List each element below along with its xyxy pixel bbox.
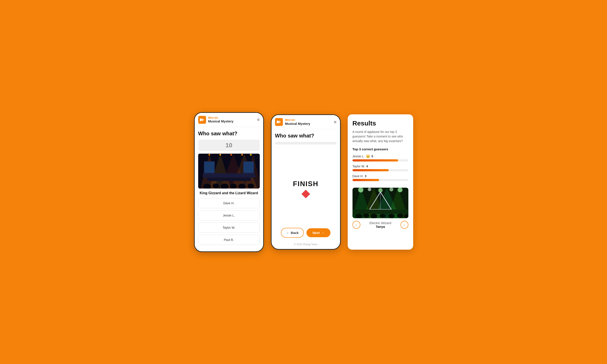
svg-rect-14 (244, 162, 254, 173)
guesser-score-2: 3 (365, 174, 366, 178)
guesser-info-0: Jessie L.👑5 (352, 154, 408, 158)
carousel-band-name: Electric Wizard (362, 221, 398, 225)
phone-screen-1: Mini kit Musical Mystery ≡ Who saw what?… (194, 112, 264, 252)
nav-buttons: ← Back Next → (271, 228, 340, 241)
svg-point-42 (355, 214, 362, 218)
header-title-2: Musical Mystery (285, 122, 334, 126)
progress-fill-1 (352, 169, 389, 171)
screens-container: Mini kit Musical Mystery ≡ Who saw what?… (194, 112, 413, 252)
progress-fill-2 (352, 179, 379, 181)
concert-image-results (352, 188, 408, 218)
app-header-1: Mini kit Musical Mystery ≡ (195, 113, 263, 127)
top-guessers-label: Top 3 correct guessers (352, 147, 408, 151)
header-title-1: Musical Mystery (208, 119, 257, 123)
mini-kit-label-1: Mini kit (208, 116, 257, 120)
guesser-row-0: Jessie L.👑5 (352, 154, 408, 161)
results-title: Results (352, 120, 408, 127)
svg-point-20 (247, 183, 254, 188)
carousel-band-info: Electric Wizard Tanya (362, 221, 398, 229)
results-description: A round of applause for our top 3 guesse… (352, 130, 408, 143)
choice-dave[interactable]: Dave H. (198, 198, 260, 208)
next-label: Next (312, 231, 320, 234)
carousel-next-button[interactable]: › (400, 221, 408, 229)
screen1-content: Who saw what? 10 (195, 127, 263, 251)
header-text-1: Mini kit Musical Mystery (208, 116, 257, 124)
next-button[interactable]: Next → (307, 228, 330, 237)
progress-track-2 (352, 179, 408, 181)
guesser-row-2: Dave H.3 (352, 174, 408, 181)
svg-point-23 (230, 154, 232, 156)
finish-label: FINISH (293, 180, 318, 188)
arrow-right-icon: → (321, 231, 324, 234)
svg-point-24 (241, 154, 243, 156)
menu-icon-2[interactable]: ≡ (334, 120, 336, 125)
progress-fill-0 (352, 159, 398, 161)
guesser-name-0: Jessie L. (352, 155, 364, 158)
logo-icon-1 (198, 116, 206, 124)
guesser-info-2: Dave H.3 (352, 174, 408, 178)
finish-area: FINISH (275, 153, 336, 223)
svg-rect-41 (352, 209, 408, 214)
footer-copyright: © 2023 Rising Team (271, 241, 340, 249)
question-title-2: Who saw what? (275, 133, 336, 139)
carousel-guesser-name: Tanya (362, 225, 398, 229)
app-header-2: Mini kit Musical Mystery ≡ (271, 115, 340, 129)
band-name: King Gizzard and the Lizard Wizard (198, 191, 260, 195)
svg-point-22 (219, 154, 221, 156)
question-title-1: Who saw what? (198, 130, 260, 137)
guesser-name-2: Dave H. (352, 174, 364, 178)
crown-icon: 👑 (366, 154, 370, 158)
concert-image-1 (198, 154, 260, 189)
diamond-icon (301, 190, 310, 198)
svg-point-21 (208, 154, 210, 156)
chevron-right-icon: › (404, 223, 405, 227)
svg-point-18 (230, 184, 237, 189)
choice-paul[interactable]: Paul R. (198, 235, 260, 245)
choice-taylor[interactable]: Taylor W. (198, 222, 260, 233)
progress-track-1 (352, 169, 408, 171)
progress-bar (275, 142, 336, 144)
guesser-info-1: Taylor W.4 (352, 165, 408, 168)
mini-kit-label-2: Mini kit (285, 118, 334, 122)
guesser-row-1: Taylor W.4 (352, 165, 408, 171)
svg-rect-12 (204, 162, 214, 173)
svg-rect-9 (203, 173, 255, 178)
svg-point-38 (398, 188, 402, 192)
logo-icon-2 (275, 118, 283, 126)
chevron-left-icon: ‹ (356, 223, 357, 227)
svg-point-44 (370, 214, 377, 218)
guesser-score-0: 5 (372, 155, 373, 158)
screen2-content: Who saw what? FINISH (271, 129, 340, 228)
back-button[interactable]: ← Back (281, 228, 304, 238)
choice-jessie[interactable]: Jessie L. (198, 210, 260, 221)
question-number: 10 (198, 140, 260, 151)
guesser-score-1: 4 (366, 165, 368, 168)
svg-point-35 (368, 188, 371, 191)
header-text-2: Mini kit Musical Mystery (285, 118, 334, 126)
svg-point-45 (380, 214, 386, 218)
progress-track-0 (352, 159, 408, 161)
menu-icon-1[interactable]: ≡ (257, 117, 260, 122)
svg-point-46 (388, 214, 395, 218)
svg-point-43 (363, 213, 369, 218)
carousel-prev-button[interactable]: ‹ (352, 221, 360, 229)
svg-point-25 (250, 154, 252, 156)
svg-point-47 (397, 213, 403, 218)
carousel: ‹ Electric Wizard Tanya › (352, 221, 408, 229)
svg-rect-10 (207, 178, 251, 181)
svg-point-16 (213, 183, 219, 188)
guesser-name-1: Taylor W. (352, 165, 365, 168)
results-panel: Results A round of applause for our top … (348, 114, 413, 250)
phone-screen-2: Mini kit Musical Mystery ≡ Who saw what?… (271, 114, 341, 250)
arrow-left-icon: ← (286, 231, 289, 234)
guessers-container: Jessie L.👑5Taylor W.4Dave H.3 (352, 154, 408, 184)
back-label: Back (291, 231, 298, 234)
